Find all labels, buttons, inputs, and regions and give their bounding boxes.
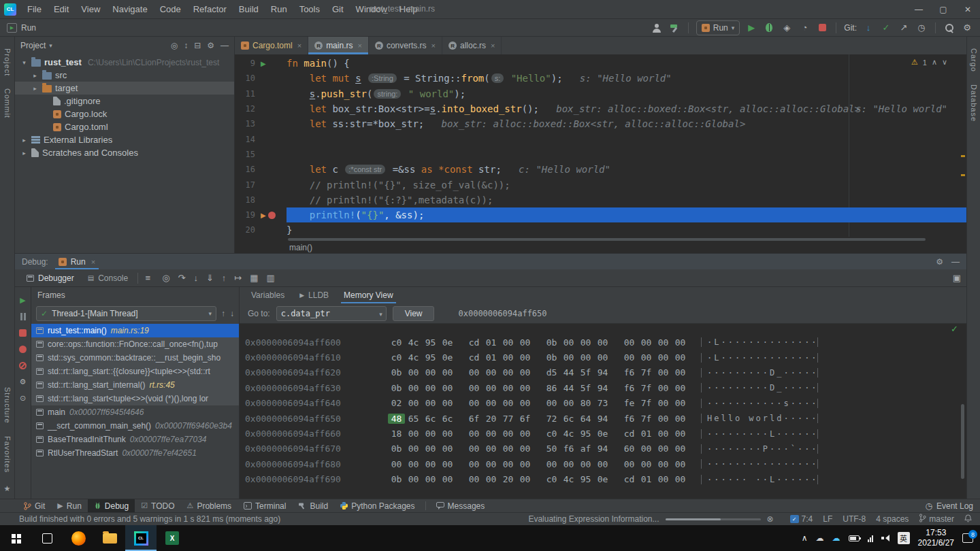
tree-item-rust-test[interactable]: ▾rust_testC:\Users\Lin\CLionProjects\rus… [15, 56, 234, 69]
pin-icon[interactable]: ⊙ [18, 393, 29, 403]
close-icon[interactable]: × [91, 258, 95, 266]
memory-byte[interactable]: 00 [638, 352, 655, 363]
hide-icon[interactable]: — [220, 41, 229, 50]
memory-byte[interactable]: 00 [672, 474, 689, 484]
tree-item-target[interactable]: ▸target [15, 82, 234, 95]
memory-row[interactable]: 0x0000006094aff6400200000000000000000080… [240, 396, 966, 411]
memory-byte[interactable]: 6c [560, 414, 577, 424]
memory-byte[interactable]: 00 [466, 367, 483, 378]
task-view-button[interactable] [31, 525, 63, 551]
profiler-button[interactable]: ◔ [798, 21, 811, 35]
close-icon[interactable]: × [431, 41, 436, 50]
memory-row[interactable]: 0x0000006094aff600c04c950ecd0100000b0000… [240, 335, 966, 350]
memory-byte[interactable]: 00 [500, 352, 517, 363]
menu-git[interactable]: Git [326, 0, 350, 18]
editor-scrollbar[interactable] [960, 54, 966, 237]
close-icon[interactable]: × [357, 41, 361, 50]
collaborate-icon[interactable] [651, 21, 663, 35]
memory-byte[interactable]: 00 [517, 444, 534, 454]
run-config-selector[interactable]: Run ▾ [696, 20, 740, 35]
pause-icon[interactable] [18, 312, 29, 321]
memory-byte[interactable]: 00 [672, 352, 689, 363]
taskbar-clion[interactable]: CL [125, 525, 157, 551]
maximize-button[interactable]: ▢ [931, 0, 956, 18]
expand-all-icon[interactable]: ↕ [184, 41, 188, 50]
tab-console[interactable]: ▤ Console [82, 269, 134, 286]
memory-byte[interactable]: 00 [466, 398, 483, 408]
settings-icon[interactable]: ⚙ [936, 257, 943, 267]
close-icon[interactable]: × [491, 41, 495, 50]
menu-build[interactable]: Build [233, 0, 265, 18]
onedrive-cloud-icon[interactable]: ☁ [832, 533, 840, 543]
frame-row[interactable]: main0x00007ff6945f4646 [31, 405, 239, 419]
chevron-down-icon[interactable]: ▾ [20, 59, 28, 66]
memory-byte[interactable]: 00 [655, 414, 672, 424]
previous-frame-icon[interactable]: ↑ [221, 309, 225, 318]
search-everywhere-icon[interactable] [943, 21, 956, 35]
memory-byte[interactable]: 73 [594, 398, 611, 408]
memory-byte[interactable]: 7f [638, 383, 655, 393]
menu-edit[interactable]: Edit [48, 0, 75, 18]
memory-byte[interactable]: c0 [543, 474, 560, 484]
memory-byte[interactable]: 48 [388, 414, 405, 424]
memory-byte[interactable]: 00 [638, 444, 655, 454]
memory-byte[interactable]: 00 [543, 459, 560, 469]
clock-widget[interactable]: 17:53 2021/6/27 [918, 528, 954, 548]
memory-byte[interactable]: 00 [560, 398, 577, 408]
notifications-bell-icon[interactable] [964, 514, 972, 524]
frame-row[interactable]: std::rt::lang_start_internal()rt.rs:45 [31, 378, 239, 392]
frame-row[interactable]: std::sys_common::backtrace::__rust_begin… [31, 351, 239, 365]
memory-byte[interactable]: 00 [517, 429, 534, 439]
action-center-icon[interactable]: 8 [962, 533, 973, 543]
table-view-icon[interactable]: ▦ [250, 273, 258, 283]
memory-byte[interactable]: c0 [388, 337, 405, 348]
memory-byte[interactable]: 00 [483, 474, 500, 484]
stripe-item-cargo[interactable]: Cargo [970, 48, 978, 72]
stripe-item-commit[interactable]: Commit [3, 88, 12, 118]
taskbar-excel[interactable]: X [157, 525, 188, 551]
memory-byte[interactable]: 86 [543, 383, 560, 393]
memory-byte[interactable]: 00 [560, 352, 577, 363]
toolwindow-problems[interactable]: ⚠Problems [181, 499, 238, 512]
memory-byte[interactable]: 0e [594, 474, 611, 484]
debug-button[interactable] [763, 21, 775, 35]
memory-byte[interactable]: cd [466, 337, 483, 348]
cancel-progress-icon[interactable]: ⊗ [767, 514, 774, 524]
toolwindow-run[interactable]: ▶Run [51, 499, 87, 512]
memory-byte[interactable]: 00 [422, 444, 439, 454]
memory-row[interactable]: 0x0000006094aff65048656c6c6f20776f726c64… [240, 411, 966, 426]
panel-view-icon[interactable]: ▥ [267, 273, 275, 283]
memory-byte[interactable]: 00 [466, 459, 483, 469]
frame-row[interactable]: std::rt::lang_start::{{closure}}<tuple<>… [31, 365, 239, 378]
memory-byte[interactable]: 6f [517, 414, 534, 424]
toolwindow-python-packages[interactable]: Python Packages [334, 499, 421, 512]
memory-byte[interactable]: 65 [405, 414, 422, 424]
memory-byte[interactable]: 00 [594, 352, 611, 363]
warning-mark[interactable] [961, 155, 965, 157]
toolwindow-terminal[interactable]: Terminal [238, 499, 292, 512]
chevron-right-icon[interactable]: ▸ [20, 150, 28, 156]
memory-byte[interactable]: 00 [517, 474, 534, 484]
code-line-9[interactable]: 9▶fn main() { [235, 56, 966, 71]
stripe-item-project[interactable]: Project [3, 48, 12, 76]
memory-byte[interactable]: 00 [621, 352, 638, 363]
toolwindow-messages[interactable]: Messages [430, 499, 491, 512]
locate-icon[interactable]: ◎ [171, 41, 178, 50]
memory-byte[interactable]: 20 [483, 414, 500, 424]
memory-byte[interactable]: 00 [517, 352, 534, 363]
memory-byte[interactable]: 00 [638, 459, 655, 469]
code-line-11[interactable]: 11 s.push_str(string: " world"); [235, 86, 966, 101]
ime-indicator[interactable]: 英 [898, 532, 910, 544]
show-execution-point-icon[interactable]: ◎ [162, 273, 169, 283]
memory-byte[interactable]: 94 [594, 383, 611, 393]
layout-icon[interactable]: ≡ [142, 271, 154, 285]
stop-icon[interactable] [18, 328, 29, 337]
memory-byte[interactable]: c0 [543, 429, 560, 439]
memory-byte[interactable]: 00 [405, 474, 422, 484]
memory-byte[interactable]: 00 [655, 459, 672, 469]
cursor-position-widget[interactable]: ✓ 7:4 [790, 514, 813, 524]
memory-byte[interactable]: 00 [439, 383, 456, 393]
stripe-item-structure[interactable]: Structure [3, 387, 12, 424]
memory-byte[interactable]: cd [466, 352, 483, 363]
toolwindow-build[interactable]: Build [292, 499, 334, 512]
